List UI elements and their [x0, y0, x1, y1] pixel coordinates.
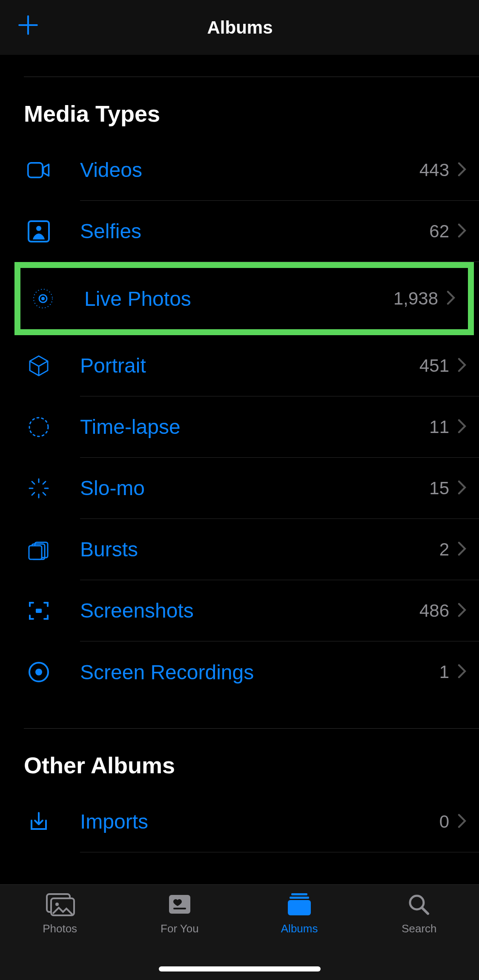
- svg-rect-18: [36, 609, 42, 613]
- chevron-right-icon: [458, 541, 466, 558]
- chevron-right-icon: [458, 814, 466, 830]
- page-title: Albums: [18, 17, 462, 38]
- media-type-screenshots[interactable]: Screenshots 486: [0, 580, 479, 641]
- screenshots-icon: [24, 598, 54, 624]
- svg-point-4: [41, 297, 45, 300]
- section-header-media-types: Media Types: [0, 77, 479, 140]
- row-label: Live Photos: [84, 287, 393, 311]
- row-label: Slo-mo: [80, 476, 429, 500]
- media-type-selfies[interactable]: Selfies 62: [0, 201, 479, 262]
- albums-tab-icon: [284, 892, 314, 918]
- row-count: 443: [419, 160, 449, 180]
- row-count: 15: [429, 478, 449, 499]
- row-count: 486: [419, 601, 449, 621]
- chevron-right-icon: [458, 358, 466, 374]
- row-label: Videos: [80, 158, 419, 182]
- other-album-imports[interactable]: Imports 0: [0, 791, 479, 852]
- row-count: 0: [439, 812, 449, 832]
- search-tab-icon: [404, 892, 434, 918]
- media-type-time-lapse[interactable]: Time-lapse 11: [0, 396, 479, 458]
- media-type-bursts[interactable]: Bursts 2: [0, 519, 479, 580]
- timelapse-icon: [24, 414, 54, 440]
- row-count: 62: [429, 221, 449, 242]
- row-count: 1,938: [393, 288, 438, 309]
- svg-rect-0: [28, 163, 43, 177]
- row-label: Selfies: [80, 219, 429, 243]
- chevron-right-icon: [458, 223, 466, 239]
- video-icon: [24, 157, 54, 183]
- row-label: Screen Recordings: [80, 661, 439, 684]
- svg-point-23: [55, 903, 59, 906]
- row-count: 11: [429, 417, 449, 437]
- home-indicator[interactable]: [159, 966, 321, 971]
- selfie-icon: [24, 219, 54, 244]
- slo-mo-icon: [24, 476, 54, 501]
- svg-line-13: [43, 481, 46, 484]
- tab-photos[interactable]: Photos: [0, 892, 120, 980]
- svg-line-30: [422, 908, 428, 914]
- tab-label: Albums: [281, 922, 318, 935]
- section-header-other-albums: Other Albums: [0, 729, 479, 791]
- navbar: Albums: [0, 0, 479, 55]
- row-label: Portrait: [80, 354, 419, 377]
- live-photo-icon: [28, 286, 58, 311]
- media-type-portrait[interactable]: Portrait 451: [0, 335, 479, 396]
- row-label: Bursts: [80, 538, 439, 561]
- svg-point-2: [36, 226, 41, 231]
- row-count: 1: [439, 662, 449, 682]
- svg-rect-28: [288, 900, 311, 915]
- bursts-icon: [24, 537, 54, 562]
- row-label: Imports: [80, 810, 439, 833]
- chevron-right-icon: [458, 419, 466, 435]
- svg-rect-27: [290, 897, 309, 899]
- highlight-live-photos: Live Photos 1,938: [14, 262, 474, 335]
- tab-bar: Photos For You Albums Search: [0, 884, 479, 980]
- svg-point-20: [35, 669, 42, 675]
- chevron-right-icon: [447, 291, 455, 307]
- media-type-videos[interactable]: Videos 443: [0, 140, 479, 201]
- row-label: Time-lapse: [80, 415, 429, 439]
- tab-label: Search: [402, 922, 436, 935]
- svg-line-12: [43, 493, 46, 495]
- svg-line-11: [32, 481, 34, 484]
- media-type-slo-mo[interactable]: Slo-mo 15: [0, 458, 479, 519]
- portrait-icon: [24, 353, 54, 379]
- chevron-right-icon: [458, 603, 466, 619]
- for-you-tab-icon: [165, 892, 195, 918]
- tab-label: Photos: [43, 922, 77, 935]
- tab-label: For You: [161, 922, 199, 935]
- media-type-live-photos[interactable]: Live Photos 1,938: [20, 268, 468, 329]
- tab-search[interactable]: Search: [359, 892, 479, 980]
- svg-line-14: [32, 493, 34, 495]
- chevron-right-icon: [458, 162, 466, 178]
- screen-recording-icon: [24, 659, 54, 685]
- row-label: Screenshots: [80, 599, 419, 622]
- chevron-right-icon: [458, 480, 466, 496]
- row-count: 451: [419, 356, 449, 376]
- chevron-right-icon: [458, 664, 466, 680]
- svg-point-6: [29, 418, 48, 436]
- svg-rect-25: [173, 908, 186, 909]
- svg-rect-26: [291, 893, 307, 895]
- import-icon: [24, 809, 54, 835]
- photos-tab-icon: [45, 892, 75, 918]
- svg-rect-17: [29, 546, 42, 559]
- media-type-screen-recordings[interactable]: Screen Recordings 1: [0, 641, 479, 703]
- row-count: 2: [439, 539, 449, 560]
